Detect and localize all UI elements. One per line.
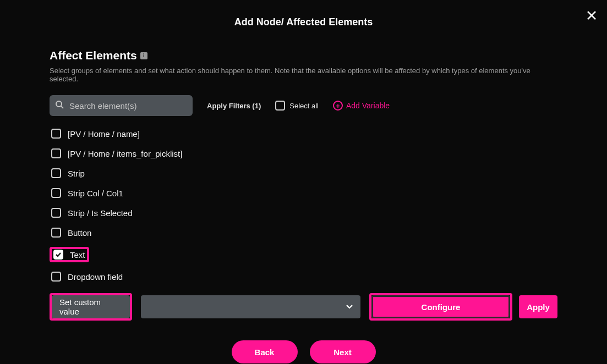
- modal-add-node: Add Node/ Affected Elements Affect Eleme…: [0, 0, 607, 364]
- list-item[interactable]: [PV / Home / items_for_picklist]: [50, 148, 557, 159]
- action-select[interactable]: Set custom value: [50, 293, 132, 321]
- select-all-label: Select all: [289, 102, 319, 110]
- action-select-extra[interactable]: [139, 293, 363, 321]
- list-item-label: Strip Col / Col1: [68, 189, 123, 198]
- list-item[interactable]: Strip Col / Col1: [50, 187, 557, 198]
- list-item-label: Strip: [68, 169, 85, 178]
- list-item-label: Strip / Is Selected: [68, 208, 133, 218]
- action-select-value: Set custom value: [59, 297, 122, 316]
- checkbox-icon: [51, 228, 61, 238]
- back-button[interactable]: Back: [232, 340, 298, 363]
- apply-filters-link[interactable]: Apply Filters (1): [207, 102, 261, 110]
- list-item[interactable]: Strip / Is Selected: [50, 207, 557, 218]
- checkbox-icon: [51, 188, 61, 198]
- svg-point-2: [56, 101, 62, 107]
- chevron-down-icon: [346, 303, 353, 311]
- search-wrap: [50, 95, 193, 116]
- list-item-label: Button: [68, 228, 91, 238]
- list-item[interactable]: [PV / Home / name]: [50, 128, 557, 139]
- configure-button[interactable]: Configure: [371, 295, 510, 318]
- next-button[interactable]: Next: [310, 340, 376, 363]
- checkbox-icon: [51, 129, 61, 139]
- search-icon: [55, 100, 64, 111]
- list-item[interactable]: Dropdown field: [50, 271, 557, 282]
- list-item-label: Dropdown field: [68, 272, 123, 282]
- configure-button-wrap: Configure: [369, 293, 512, 321]
- info-icon[interactable]: i: [140, 52, 147, 59]
- list-item-label: Text: [70, 250, 85, 260]
- checkbox-icon: [51, 272, 61, 282]
- select-all-checkbox[interactable]: Select all: [275, 101, 319, 111]
- nav-row: Back Next: [50, 340, 557, 363]
- filter-row: Apply Filters (1) Select all + Add Varia…: [50, 95, 557, 116]
- section-title: Affect Elements i: [50, 49, 557, 62]
- action-row: Set custom value Configure Apply: [50, 293, 557, 321]
- list-item[interactable]: Strip: [50, 168, 557, 179]
- list-item[interactable]: Text: [50, 247, 89, 262]
- checkbox-icon: [275, 101, 285, 111]
- list-item[interactable]: Button: [50, 227, 557, 238]
- modal-title: Add Node/ Affected Elements: [50, 16, 557, 28]
- section-desc: Select groups of elements and set what a…: [50, 67, 557, 83]
- checkbox-icon: [51, 208, 61, 218]
- section-title-text: Affect Elements: [50, 49, 137, 62]
- list-item-label: [PV / Home / items_for_picklist]: [68, 149, 182, 158]
- list-item-label: [PV / Home / name]: [68, 129, 140, 139]
- svg-line-3: [61, 106, 63, 108]
- add-variable-button[interactable]: + Add Variable: [333, 101, 390, 111]
- close-icon[interactable]: [586, 10, 597, 23]
- element-list: [PV / Home / name][PV / Home / items_for…: [50, 128, 557, 282]
- plus-circle-icon: +: [333, 101, 343, 111]
- apply-button[interactable]: Apply: [519, 295, 557, 318]
- checkbox-icon: [51, 168, 61, 178]
- add-variable-label: Add Variable: [346, 101, 390, 110]
- checkbox-icon: [51, 148, 61, 158]
- checkbox-icon: [53, 250, 63, 260]
- search-input[interactable]: [50, 95, 193, 116]
